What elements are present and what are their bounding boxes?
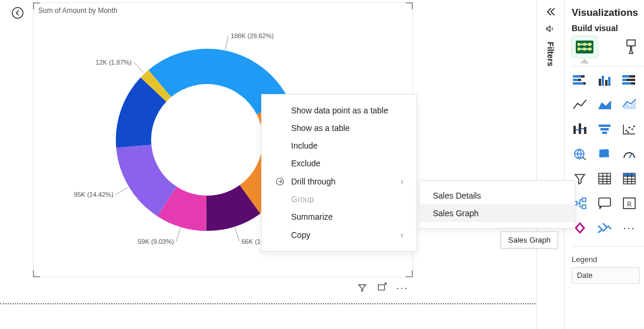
slice-label: 12K (1.87%)	[96, 59, 132, 66]
viz-paginated[interactable]	[596, 220, 613, 236]
ctx-summarize[interactable]: Summarize	[262, 208, 416, 226]
drill-through-submenu: Sales Details Sales Graph	[419, 180, 575, 229]
drill-sales-graph[interactable]: Sales Graph	[420, 204, 575, 222]
ctx-group: Group	[262, 190, 416, 208]
back-arrow[interactable]	[11, 6, 25, 20]
page-divider	[0, 303, 536, 304]
svg-point-45	[627, 131, 629, 133]
svg-rect-47	[599, 173, 610, 184]
selection-handle-br[interactable]	[406, 270, 413, 277]
svg-rect-16	[583, 48, 586, 51]
viz-ribbon[interactable]	[572, 122, 588, 137]
svg-line-3	[235, 228, 239, 241]
focus-mode-icon[interactable]	[377, 283, 388, 293]
viz-r-script[interactable]: R	[621, 196, 638, 211]
ctx-show-data-point[interactable]: Show data point as a table	[262, 102, 416, 119]
svg-rect-12	[578, 43, 580, 46]
svg-rect-37	[584, 127, 586, 134]
viz-line-area[interactable]	[621, 97, 638, 112]
svg-line-6	[134, 62, 144, 72]
viz-stacked-bar-100[interactable]	[621, 72, 638, 88]
viz-globe-map[interactable]	[572, 146, 588, 162]
ctx-exclude[interactable]: Exclude	[262, 155, 416, 172]
svg-rect-19	[573, 75, 581, 78]
svg-point-42	[628, 126, 630, 128]
svg-rect-53	[599, 198, 610, 206]
announce-icon[interactable]	[545, 24, 556, 37]
svg-rect-32	[622, 79, 626, 81]
svg-rect-36	[579, 123, 581, 134]
slice-label: 59K (9.03%)	[138, 238, 173, 245]
chevron-right-icon: ›	[401, 176, 403, 186]
svg-line-5	[116, 187, 128, 194]
svg-rect-17	[589, 48, 591, 51]
legend-section-label: Legend	[572, 255, 644, 264]
svg-rect-21	[573, 79, 578, 81]
svg-rect-51	[582, 198, 586, 202]
svg-rect-34	[622, 82, 631, 85]
visualizations-pane: Visualizations Build visual	[565, 0, 644, 329]
svg-rect-14	[589, 43, 591, 46]
viz-funnel[interactable]	[596, 122, 613, 137]
svg-rect-7	[378, 285, 385, 290]
svg-rect-28	[608, 77, 610, 86]
visualizations-title: Visualizations	[572, 7, 644, 19]
svg-rect-35	[573, 126, 576, 134]
more-options-icon[interactable]: ···	[397, 283, 408, 293]
legend-field-date: Date	[577, 271, 592, 280]
viz-stacked-bar[interactable]	[572, 72, 588, 88]
viz-filled-map[interactable]	[596, 146, 613, 162]
svg-rect-24	[583, 82, 586, 85]
viz-clustered-column[interactable]	[596, 72, 613, 88]
ctx-copy[interactable]: Copy ›	[262, 226, 416, 244]
svg-line-1	[225, 36, 228, 50]
chart-title: Sum of Amount by Month	[38, 6, 118, 15]
svg-line-4	[176, 228, 181, 241]
selection-handle-bl[interactable]	[33, 270, 40, 277]
viz-qa[interactable]	[596, 196, 613, 211]
svg-rect-39	[600, 128, 609, 130]
chevron-right-icon: ›	[401, 230, 403, 240]
slice-label: 188K (28.62%)	[231, 32, 273, 39]
viz-scatter[interactable]	[621, 122, 638, 137]
svg-rect-27	[605, 80, 608, 86]
filters-pane-collapsed: Filters	[536, 0, 565, 329]
visualizations-gallery: R ···	[572, 72, 644, 238]
viz-gauge[interactable]	[621, 146, 638, 162]
viz-area[interactable]	[596, 97, 613, 112]
tooltip: Sales Graph	[500, 231, 558, 249]
filters-label[interactable]: Filters	[546, 42, 555, 66]
svg-rect-22	[578, 79, 581, 81]
viz-table[interactable]	[596, 171, 613, 186]
drill-sales-details[interactable]: Sales Details	[420, 187, 575, 204]
viz-line[interactable]	[572, 97, 588, 112]
svg-rect-38	[599, 125, 610, 127]
svg-text:R: R	[627, 200, 632, 208]
svg-rect-9	[576, 41, 593, 53]
svg-rect-25	[599, 79, 601, 86]
viz-matrix[interactable]	[621, 171, 638, 186]
ctx-drill-through[interactable]: Drill through ›	[262, 172, 416, 190]
tab-format-visual[interactable]	[625, 38, 638, 56]
selection-handle-tr[interactable]	[406, 2, 413, 9]
ctx-show-as-table[interactable]: Show as a table	[262, 119, 416, 137]
filter-icon[interactable]	[357, 283, 368, 293]
viz-more-icon[interactable]: ···	[621, 220, 638, 236]
svg-point-0	[12, 8, 23, 18]
tab-build-visual[interactable]	[572, 36, 598, 58]
svg-point-43	[631, 128, 633, 130]
svg-rect-49	[623, 173, 635, 176]
svg-rect-40	[602, 132, 607, 134]
ctx-include[interactable]: Include	[262, 137, 416, 155]
visual-action-bar: ···	[357, 283, 408, 293]
svg-point-44	[633, 125, 635, 127]
svg-rect-52	[582, 205, 586, 209]
legend-field-well[interactable]: Date	[572, 267, 640, 284]
svg-rect-18	[627, 40, 635, 46]
svg-rect-13	[583, 43, 586, 46]
svg-point-41	[625, 129, 627, 131]
svg-rect-30	[622, 75, 629, 78]
drill-through-icon	[275, 177, 285, 186]
expand-filters-icon[interactable]	[542, 4, 559, 20]
svg-rect-20	[581, 75, 585, 78]
